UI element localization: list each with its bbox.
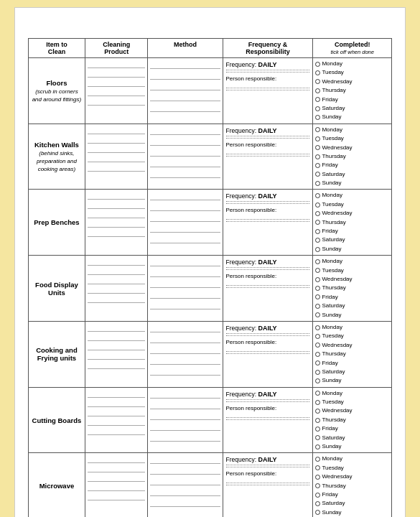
day-item: Wednesday [315, 275, 389, 284]
day-label: Tuesday [322, 266, 343, 275]
radio-circle [315, 181, 320, 186]
day-label: Thursday [322, 86, 345, 95]
radio-circle [315, 360, 320, 365]
day-item: Thursday [315, 152, 389, 161]
day-item: Tuesday [315, 332, 389, 340]
radio-circle [315, 409, 320, 414]
day-item: Sunday [315, 508, 389, 517]
radio-circle [315, 352, 320, 357]
completed-cell: Monday Tuesday Wednesday Thursday Friday… [313, 190, 392, 256]
radio-circle [315, 391, 320, 396]
day-label: Thursday [322, 218, 345, 227]
col-method: Method [148, 39, 223, 58]
day-label: Monday [322, 323, 342, 332]
cleaning-cell [85, 256, 148, 322]
day-label: Wednesday [322, 275, 352, 284]
radio-circle [315, 247, 320, 252]
completed-cell: Monday Tuesday Wednesday Thursday Friday… [313, 124, 392, 190]
col-cleaning: CleaningProduct [85, 39, 148, 58]
method-cell [148, 321, 223, 387]
day-item: Tuesday [315, 266, 389, 275]
day-item: Monday [315, 323, 389, 332]
radio-circle [315, 220, 320, 225]
completed-cell: Monday Tuesday Wednesday Thursday Friday… [313, 58, 392, 124]
day-item: Friday [315, 227, 389, 236]
day-item: Wednesday [315, 406, 389, 415]
radio-circle [315, 457, 320, 462]
radio-circle [315, 343, 320, 348]
radio-circle [315, 312, 320, 317]
day-item: Sunday [315, 179, 389, 187]
radio-circle [315, 193, 320, 198]
radio-circle [315, 62, 320, 67]
radio-circle [315, 88, 320, 93]
day-item: Friday [315, 96, 389, 104]
day-item: Thursday [315, 350, 389, 358]
day-label: Monday [322, 126, 342, 134]
day-label: Saturday [322, 236, 345, 244]
day-label: Wednesday [322, 78, 352, 86]
day-label: Friday [322, 490, 337, 499]
day-label: Sunday [322, 245, 341, 253]
radio-circle [315, 427, 320, 432]
table-row: Prep Benches Frequency: DAILY Person res… [29, 190, 392, 256]
day-item: Friday [315, 490, 389, 499]
day-label: Wednesday [322, 341, 352, 350]
day-item: Saturday [315, 170, 389, 179]
freq-cell: Frequency: DAILY Person responsible: [223, 321, 313, 387]
freq-cell: Frequency: DAILY Person responsible: [223, 190, 313, 256]
day-item: Thursday [315, 284, 389, 292]
radio-circle [315, 145, 320, 150]
day-item: Saturday [315, 368, 389, 376]
radio-circle [315, 229, 320, 234]
day-label: Friday [322, 96, 337, 104]
day-item: Sunday [315, 311, 389, 320]
cleaning-cell [85, 124, 148, 190]
day-item: Thursday [315, 416, 389, 424]
day-item: Sunday [315, 113, 389, 121]
radio-circle [315, 163, 320, 168]
location-line [28, 22, 392, 35]
radio-circle [315, 475, 320, 480]
radio-circle [315, 127, 320, 132]
table-row: Cutting Boards Frequency: DAILY Person r… [29, 387, 392, 453]
day-label: Monday [322, 455, 342, 463]
table-row: Floors(scrub in corners and around fitti… [29, 58, 392, 124]
day-item: Thursday [315, 218, 389, 227]
day-label: Thursday [322, 416, 345, 424]
cleaning-cell [85, 321, 148, 387]
freq-cell: Frequency: DAILY Person responsible: [223, 453, 313, 517]
day-item: Saturday [315, 302, 389, 310]
radio-circle [315, 501, 320, 506]
day-item: Saturday [315, 104, 389, 113]
day-item: Monday [315, 126, 389, 134]
day-label: Wednesday [322, 209, 352, 218]
item-cell: Floors(scrub in corners and around fitti… [29, 58, 85, 124]
day-label: Sunday [322, 442, 341, 451]
day-label: Tuesday [322, 398, 343, 406]
day-item: Friday [315, 424, 389, 433]
day-label: Thursday [322, 152, 345, 161]
item-cell: Food Display Units [29, 256, 85, 322]
day-label: Friday [322, 161, 337, 169]
cleaning-cell [85, 387, 148, 453]
radio-circle [315, 465, 320, 470]
radio-circle [315, 400, 320, 405]
day-item: Thursday [315, 482, 389, 490]
day-label: Wednesday [322, 406, 352, 415]
method-cell [148, 256, 223, 322]
day-item: Friday [315, 161, 389, 169]
radio-circle [315, 510, 320, 515]
table-row: Kitchen Walls(behind sinks, preparation … [29, 124, 392, 190]
radio-circle [315, 202, 320, 208]
radio-circle [315, 136, 320, 141]
day-item: Friday [315, 293, 389, 302]
day-item: Tuesday [315, 134, 389, 143]
radio-circle [315, 435, 320, 440]
radio-circle [315, 294, 320, 299]
day-label: Saturday [322, 170, 345, 179]
radio-circle [315, 268, 320, 273]
day-item: Tuesday [315, 464, 389, 472]
day-item: Saturday [315, 236, 389, 244]
radio-circle [315, 493, 320, 498]
